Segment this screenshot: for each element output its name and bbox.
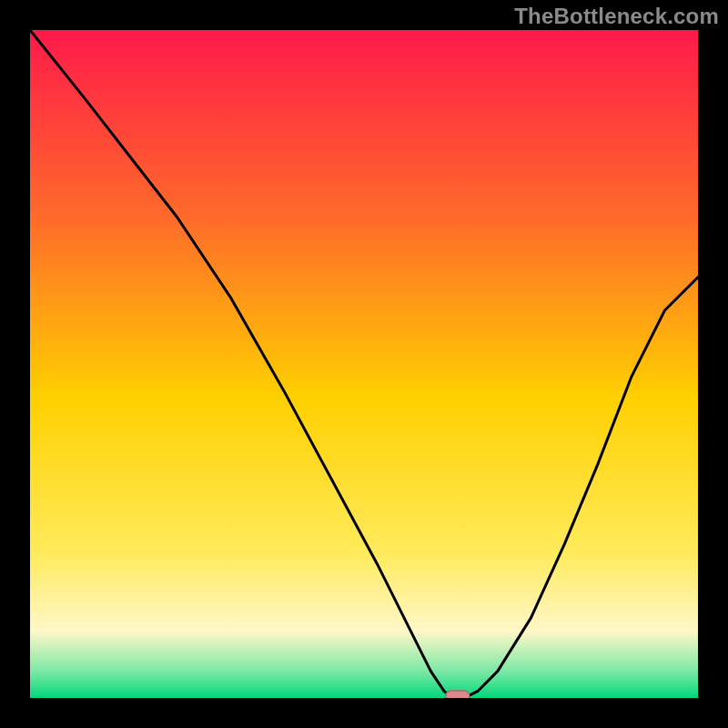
watermark-text: TheBottleneck.com — [514, 4, 719, 29]
bottleneck-plot — [30, 30, 698, 698]
optimal-marker — [446, 691, 470, 698]
chart-frame: TheBottleneck.com — [0, 0, 728, 728]
gradient-background — [30, 30, 698, 698]
